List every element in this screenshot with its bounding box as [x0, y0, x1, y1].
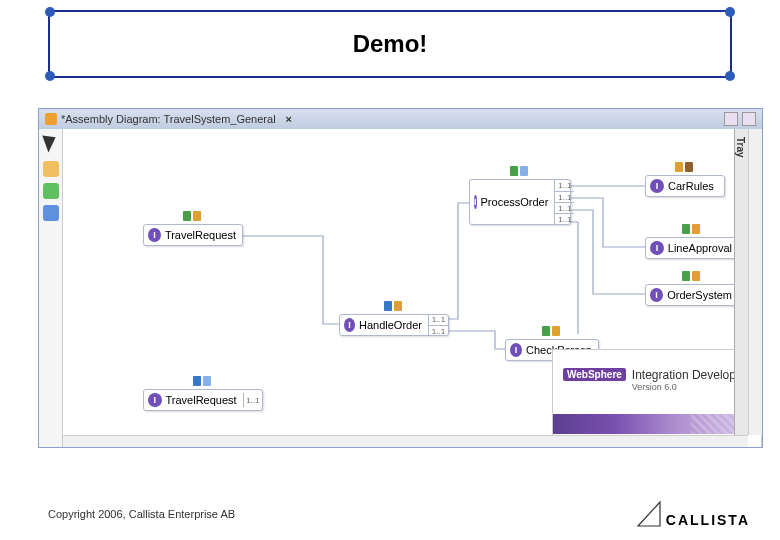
- diagram-icon: [45, 113, 57, 125]
- assembly-diagram-window: *Assembly Diagram: TravelSystem_General …: [38, 108, 763, 448]
- interface-icon: I: [148, 393, 162, 407]
- brand-stripe: [553, 414, 761, 434]
- node-car-rules[interactable]: I CarRules: [645, 175, 725, 197]
- node-label: OrderSystem: [667, 289, 738, 301]
- palette-item-icon[interactable]: [43, 161, 59, 177]
- horizontal-scrollbar[interactable]: [63, 435, 748, 448]
- product-name: Integration Developer: [632, 368, 747, 382]
- page-title: Demo!: [50, 12, 730, 76]
- handle-icon[interactable]: [45, 71, 55, 81]
- tray-panel[interactable]: Tray: [734, 129, 748, 435]
- node-label: TravelRequest: [165, 229, 242, 241]
- tray-label: Tray: [735, 137, 746, 158]
- close-icon[interactable]: ×: [286, 113, 292, 125]
- logo-text: CALLISTA: [666, 512, 750, 528]
- vertical-scrollbar[interactable]: [748, 129, 762, 435]
- node-travel-request[interactable]: I TravelRequest: [143, 224, 243, 246]
- product-version: Version 6.0: [632, 382, 747, 392]
- logo-triangle-icon: [636, 500, 662, 528]
- node-line-approval[interactable]: I LineApproval: [645, 237, 739, 259]
- tab-title-text: *Assembly Diagram: TravelSystem_General: [61, 113, 276, 125]
- cursor-tool-icon[interactable]: [42, 131, 59, 152]
- component-icon: [682, 271, 702, 283]
- node-label: CarRules: [668, 180, 720, 192]
- node-port[interactable]: 1..1: [428, 325, 448, 336]
- palette-item-icon[interactable]: [43, 205, 59, 221]
- component-icon: [682, 224, 702, 236]
- websphere-badge: WebSphere: [563, 368, 626, 381]
- handle-icon[interactable]: [45, 7, 55, 17]
- component-icon: [542, 326, 562, 338]
- handle-icon[interactable]: [725, 71, 735, 81]
- node-label: LineApproval: [668, 242, 738, 254]
- component-icon: [384, 301, 404, 313]
- window-titlebar: *Assembly Diagram: TravelSystem_General …: [39, 109, 762, 129]
- node-travel-request-2[interactable]: I TravelRequest 1..1: [143, 389, 263, 411]
- node-port[interactable]: 1..1: [243, 393, 262, 407]
- palette-item-icon[interactable]: [43, 183, 59, 199]
- diagram-canvas[interactable]: I TravelRequest I TravelRequest 1..1 I H…: [63, 129, 762, 448]
- interface-icon: I: [474, 195, 477, 209]
- node-label: HandleOrder: [359, 319, 428, 331]
- node-port[interactable]: 1..1: [554, 180, 574, 191]
- component-icon: [510, 166, 530, 178]
- node-port[interactable]: 1..1: [554, 191, 574, 202]
- product-brand-panel: WebSphere Integration Developer Version …: [552, 349, 762, 448]
- node-port[interactable]: 1..1: [428, 314, 448, 325]
- interface-icon: I: [650, 179, 664, 193]
- callista-logo: CALLISTA: [636, 500, 750, 528]
- interface-icon: I: [148, 228, 161, 242]
- component-icon: [675, 162, 695, 174]
- node-label: ProcessOrder: [481, 196, 555, 208]
- node-handle-order[interactable]: I HandleOrder 1..1 1..1: [339, 314, 449, 336]
- restore-icon[interactable]: [742, 112, 756, 126]
- component-icon: [183, 211, 203, 223]
- node-label: TravelRequest: [166, 394, 243, 406]
- maximize-icon[interactable]: [724, 112, 738, 126]
- node-process-order[interactable]: I ProcessOrder 1..1 1..1 1..1 1..1: [469, 179, 571, 225]
- node-port[interactable]: 1..1: [554, 202, 574, 213]
- tool-palette: [39, 129, 63, 448]
- handle-icon[interactable]: [725, 7, 735, 17]
- copyright-text: Copyright 2006, Callista Enterprise AB: [48, 508, 235, 520]
- interface-icon: I: [650, 241, 664, 255]
- editor-tab[interactable]: *Assembly Diagram: TravelSystem_General …: [45, 113, 292, 125]
- node-order-system[interactable]: I OrderSystem: [645, 284, 739, 306]
- interface-icon: I: [510, 343, 522, 357]
- node-port[interactable]: 1..1: [554, 213, 574, 224]
- title-frame: Demo!: [48, 10, 732, 78]
- component-icon: [193, 376, 213, 388]
- interface-icon: I: [344, 318, 355, 332]
- interface-icon: I: [650, 288, 663, 302]
